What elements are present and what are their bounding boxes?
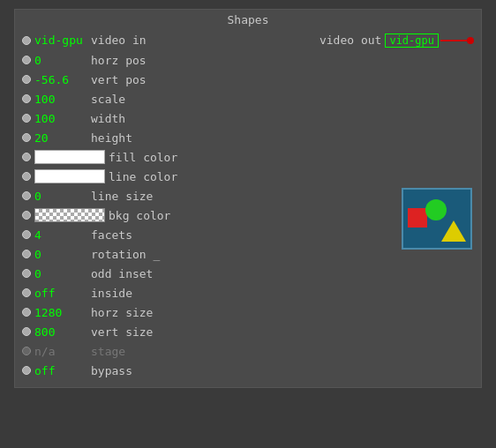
- horz-pos-value[interactable]: 0: [34, 54, 87, 67]
- scale-value[interactable]: 100: [34, 93, 87, 106]
- vert-size-value[interactable]: 800: [34, 325, 87, 339]
- line-color-value[interactable]: [34, 169, 105, 183]
- odd-inset-label: odd inset: [91, 267, 153, 280]
- header-row: vid-gpu video in video out vid-gpu: [15, 30, 481, 50]
- connector-line: [440, 40, 467, 41]
- fill-color-dot[interactable]: [22, 153, 31, 161]
- horz-pos-dot[interactable]: [22, 56, 31, 64]
- line-color-dot[interactable]: [22, 172, 31, 181]
- row-bkg-color: bkg color: [15, 205, 481, 225]
- row-width: 100 width: [15, 108, 481, 128]
- bkg-color-value[interactable]: [34, 208, 105, 222]
- line-size-value[interactable]: 0: [34, 190, 87, 203]
- red-square-shape: [408, 208, 427, 228]
- odd-inset-value[interactable]: 0: [34, 267, 87, 280]
- bkg-color-dot[interactable]: [22, 211, 31, 220]
- bypass-label: bypass: [91, 364, 132, 377]
- horz-size-value[interactable]: 1280: [34, 306, 87, 319]
- row-horz-size: 1280 horz size: [15, 302, 481, 322]
- bypass-dot[interactable]: [22, 366, 31, 375]
- row-scale: 100 scale: [15, 89, 481, 108]
- row-inside: off inside: [15, 283, 481, 302]
- video-out-section: video out vid-gpu: [319, 34, 474, 48]
- video-out-value[interactable]: vid-gpu: [385, 34, 439, 48]
- line-size-label: line size: [91, 190, 153, 203]
- fill-color-value[interactable]: [34, 150, 105, 164]
- vert-size-dot[interactable]: [22, 327, 31, 336]
- video-out-label: video out: [319, 34, 381, 47]
- horz-size-label: horz size: [91, 306, 153, 319]
- height-dot[interactable]: [22, 133, 31, 142]
- scale-dot[interactable]: [22, 94, 31, 103]
- height-value[interactable]: 20: [34, 131, 87, 145]
- row-vert-size: 800 vert size: [15, 322, 481, 341]
- panel-title: Shapes: [15, 10, 481, 30]
- vid-gpu-in-value[interactable]: vid-gpu: [34, 34, 87, 47]
- horz-size-dot[interactable]: [22, 308, 31, 317]
- width-dot[interactable]: [22, 114, 31, 123]
- line-size-dot[interactable]: [22, 191, 31, 200]
- row-stage: n/a stage: [15, 341, 481, 361]
- rows-section: 0 horz pos -56.6 vert pos 100 scale 100 …: [15, 50, 481, 380]
- row-bypass: off bypass: [15, 361, 481, 380]
- facets-label: facets: [91, 228, 132, 242]
- row-line-color: line color: [15, 167, 481, 186]
- bkg-color-label: bkg color: [109, 209, 170, 222]
- facets-dot[interactable]: [22, 230, 31, 239]
- stage-value[interactable]: n/a: [34, 345, 87, 358]
- video-in-label: video in: [91, 34, 147, 47]
- yellow-triangle-shape: [441, 220, 466, 242]
- rotation-value[interactable]: 0: [34, 248, 87, 261]
- height-label: height: [91, 131, 132, 145]
- inside-value[interactable]: off: [34, 287, 87, 300]
- connector-dot[interactable]: [467, 37, 474, 44]
- horz-pos-label: horz pos: [91, 54, 147, 67]
- bypass-value[interactable]: off: [34, 364, 87, 377]
- rotation-label: rotation _: [91, 248, 160, 261]
- vert-pos-label: vert pos: [91, 73, 147, 86]
- row-height: 20 height: [15, 128, 481, 147]
- stage-label: stage: [91, 345, 125, 358]
- inside-dot[interactable]: [22, 288, 31, 297]
- vert-pos-dot[interactable]: [22, 75, 31, 84]
- row-odd-inset: 0 odd inset: [15, 264, 481, 283]
- facets-value[interactable]: 4: [34, 228, 87, 242]
- width-value[interactable]: 100: [34, 112, 87, 125]
- shapes-panel: Shapes vid-gpu video in video out vid-gp…: [14, 9, 482, 388]
- line-color-label: line color: [109, 170, 177, 183]
- scale-label: scale: [91, 93, 125, 106]
- row-fill-color: fill color: [15, 147, 481, 167]
- stage-dot[interactable]: [22, 347, 31, 355]
- rotation-dot[interactable]: [22, 250, 31, 258]
- green-circle-shape: [425, 199, 447, 220]
- preview-box: [402, 188, 472, 250]
- width-label: width: [91, 112, 125, 125]
- vert-size-label: vert size: [91, 325, 153, 339]
- odd-inset-dot[interactable]: [22, 269, 31, 278]
- vid-gpu-dot[interactable]: [22, 36, 31, 45]
- vert-pos-value[interactable]: -56.6: [34, 73, 87, 86]
- fill-color-label: fill color: [109, 151, 177, 164]
- row-vert-pos: -56.6 vert pos: [15, 70, 481, 89]
- row-horz-pos: 0 horz pos: [15, 50, 481, 70]
- inside-label: inside: [91, 287, 132, 300]
- preview-shapes: [406, 192, 468, 245]
